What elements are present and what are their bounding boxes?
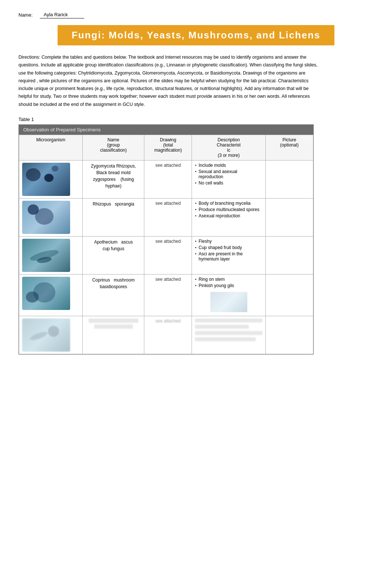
specimen-image-cell <box>19 274 83 316</box>
specimen-image-cell <box>19 236 83 274</box>
row3-drawing: see attached <box>144 236 192 274</box>
row2-drawing: see attached <box>144 198 192 236</box>
desc-item: Body of branching mycelia <box>195 201 262 206</box>
row5-name <box>83 316 144 354</box>
col-header-name: Name(groupclassification) <box>83 135 144 160</box>
row4-name: Coprinus mushroombasidiospores <box>83 274 144 316</box>
specimen-image <box>22 318 70 352</box>
specimen-image-cell <box>19 160 83 198</box>
row1-picture <box>265 160 313 198</box>
specimen-image-cell <box>19 198 83 236</box>
name-value: Ayla Rarick <box>40 11 84 18</box>
directions-text: Directions: Complete the tables and ques… <box>18 54 321 108</box>
desc-item: No cell walls <box>195 180 262 186</box>
row1-name: Zygomycota Rhizopus,Black bread moldzygo… <box>83 160 144 198</box>
table-row: Rhizopus sporangia see attached Body of … <box>19 198 313 236</box>
desc-item: Cup shaped fruit body <box>195 245 262 250</box>
col-header-description: DescriptionCharacteristic(3 or more) <box>192 135 265 160</box>
table-row: see attached <box>19 316 313 354</box>
row1-description: Include molds Sexual and asexual reprodu… <box>192 160 265 198</box>
observation-table: Observation of Prepared Specimens Microo… <box>18 124 314 355</box>
table-label: Table 1 <box>18 117 374 122</box>
col-header-drawing: Drawing(totalmagnification) <box>144 135 192 160</box>
table-row: Apothecium ascuscup fungus see attached … <box>19 236 313 274</box>
row4-drawing: see attached <box>144 274 192 316</box>
row2-name: Rhizopus sporangia <box>83 198 144 236</box>
embedded-picture <box>210 292 247 312</box>
row4-picture <box>265 274 313 316</box>
desc-item: Ring on stem <box>195 277 262 282</box>
row2-description: Body of branching mycelia Produce multin… <box>192 198 265 236</box>
specimen-image <box>22 201 70 234</box>
row5-description <box>192 316 265 354</box>
desc-item: Include molds <box>195 163 262 168</box>
specimen-image-cell <box>19 316 83 354</box>
row4-description: Ring on stem Pinkish young gils <box>192 274 265 316</box>
table-row: Zygomycota Rhizopus,Black bread moldzygo… <box>19 160 313 198</box>
desc-item: Pinkish young gils <box>195 283 262 288</box>
table-row: Coprinus mushroombasidiospores see attac… <box>19 274 313 316</box>
name-row: Name: Ayla Rarick <box>18 11 374 18</box>
row2-picture <box>265 198 313 236</box>
row3-picture <box>265 236 313 274</box>
data-table: Microorganism Name(groupclassification) … <box>19 135 313 354</box>
desc-item: Produce multinucleated spores <box>195 207 262 212</box>
desc-item: Asci are present in the hymenium layer <box>195 251 262 262</box>
row5-picture <box>265 316 313 354</box>
desc-item: Sexual and asexual reproduction <box>195 169 262 179</box>
desc-item: Asexual reproduction <box>195 213 262 218</box>
row3-name: Apothecium ascuscup fungus <box>83 236 144 274</box>
col-header-picture: Picture(optional) <box>265 135 313 160</box>
table-section-header: Observation of Prepared Specimens <box>19 125 313 135</box>
row3-description: Fleshy Cup shaped fruit body Asci are pr… <box>192 236 265 274</box>
row5-drawing: see attached <box>144 316 192 354</box>
specimen-image <box>22 239 70 272</box>
specimen-image <box>22 277 70 310</box>
row1-drawing: see attached <box>144 160 192 198</box>
name-label: Name: <box>18 12 32 18</box>
col-header-microorganism: Microorganism <box>19 135 83 160</box>
desc-item: Fleshy <box>195 239 262 244</box>
column-header-row: Microorganism Name(groupclassification) … <box>19 135 313 160</box>
page-title: Fungi: Molds, Yeasts, Mushrooms, and Lic… <box>58 25 334 45</box>
specimen-image <box>22 163 70 196</box>
